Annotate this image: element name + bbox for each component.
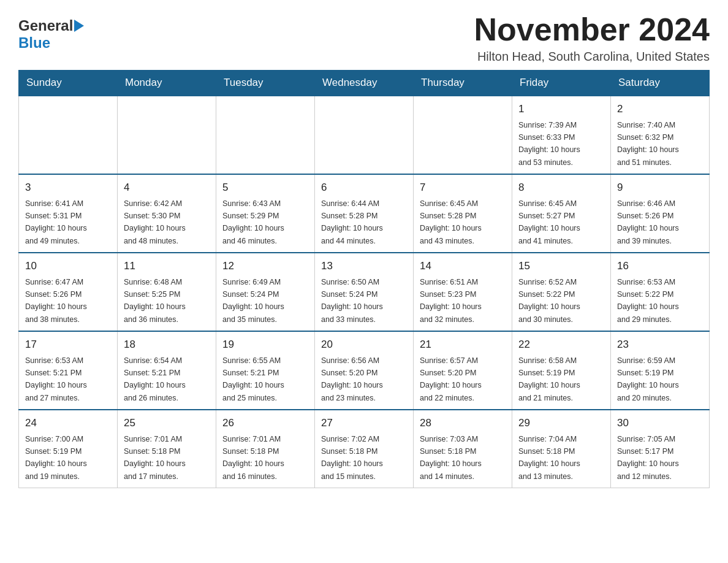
day-number: 7: [420, 180, 506, 196]
day-info: Sunrise: 6:48 AM Sunset: 5:25 PM Dayligh…: [124, 278, 186, 324]
calendar-cell: 13Sunrise: 6:50 AM Sunset: 5:24 PM Dayli…: [315, 253, 414, 331]
day-number: 21: [420, 337, 506, 353]
calendar-cell: 12Sunrise: 6:49 AM Sunset: 5:24 PM Dayli…: [216, 253, 315, 331]
day-number: 6: [321, 180, 407, 196]
calendar-cell: 3Sunrise: 6:41 AM Sunset: 5:31 PM Daylig…: [19, 174, 118, 253]
day-number: 1: [518, 101, 604, 117]
weekday-header-monday: Monday: [118, 71, 216, 96]
calendar-cell: 18Sunrise: 6:54 AM Sunset: 5:21 PM Dayli…: [118, 331, 216, 410]
day-number: 15: [518, 258, 604, 274]
location-text: Hilton Head, South Carolina, United Stat…: [474, 50, 710, 64]
day-info: Sunrise: 7:04 AM Sunset: 5:18 PM Dayligh…: [518, 435, 580, 481]
day-info: Sunrise: 6:59 AM Sunset: 5:19 PM Dayligh…: [617, 356, 679, 402]
day-info: Sunrise: 6:42 AM Sunset: 5:30 PM Dayligh…: [124, 199, 186, 245]
day-number: 22: [518, 337, 604, 353]
day-info: Sunrise: 6:49 AM Sunset: 5:24 PM Dayligh…: [222, 278, 284, 324]
day-number: 17: [25, 337, 111, 353]
day-number: 5: [222, 180, 308, 196]
calendar-cell: 1Sunrise: 7:39 AM Sunset: 6:33 PM Daylig…: [512, 96, 611, 174]
calendar-cell: 24Sunrise: 7:00 AM Sunset: 5:19 PM Dayli…: [19, 410, 118, 488]
day-info: Sunrise: 6:45 AM Sunset: 5:28 PM Dayligh…: [420, 199, 482, 245]
day-info: Sunrise: 7:02 AM Sunset: 5:18 PM Dayligh…: [321, 435, 383, 481]
day-info: Sunrise: 6:58 AM Sunset: 5:19 PM Dayligh…: [518, 356, 580, 402]
day-number: 10: [25, 258, 111, 274]
weekday-header-row: SundayMondayTuesdayWednesdayThursdayFrid…: [19, 71, 710, 96]
weekday-header-saturday: Saturday: [611, 71, 710, 96]
calendar-cell: 26Sunrise: 7:01 AM Sunset: 5:18 PM Dayli…: [216, 410, 315, 488]
day-number: 13: [321, 258, 407, 274]
logo: General Blue: [18, 12, 84, 52]
calendar-cell: 29Sunrise: 7:04 AM Sunset: 5:18 PM Dayli…: [512, 410, 611, 488]
day-number: 23: [617, 337, 703, 353]
day-info: Sunrise: 6:45 AM Sunset: 5:27 PM Dayligh…: [518, 199, 580, 245]
calendar-cell: [118, 96, 216, 174]
day-info: Sunrise: 6:57 AM Sunset: 5:20 PM Dayligh…: [420, 356, 482, 402]
calendar-week-2: 3Sunrise: 6:41 AM Sunset: 5:31 PM Daylig…: [19, 174, 710, 253]
title-block: November 2024 Hilton Head, South Carolin…: [474, 12, 710, 64]
day-number: 25: [124, 415, 210, 431]
day-info: Sunrise: 6:50 AM Sunset: 5:24 PM Dayligh…: [321, 278, 383, 324]
calendar-week-5: 24Sunrise: 7:00 AM Sunset: 5:19 PM Dayli…: [19, 410, 710, 488]
page-header: General Blue November 2024 Hilton Head, …: [18, 12, 710, 64]
day-info: Sunrise: 7:00 AM Sunset: 5:19 PM Dayligh…: [25, 435, 87, 481]
day-info: Sunrise: 6:55 AM Sunset: 5:21 PM Dayligh…: [222, 356, 284, 402]
calendar-cell: 4Sunrise: 6:42 AM Sunset: 5:30 PM Daylig…: [118, 174, 216, 253]
calendar-cell: 7Sunrise: 6:45 AM Sunset: 5:28 PM Daylig…: [414, 174, 512, 253]
weekday-header-thursday: Thursday: [414, 71, 512, 96]
day-info: Sunrise: 6:41 AM Sunset: 5:31 PM Dayligh…: [25, 199, 87, 245]
day-number: 26: [222, 415, 308, 431]
calendar-cell: 2Sunrise: 7:40 AM Sunset: 6:32 PM Daylig…: [611, 96, 710, 174]
weekday-header-sunday: Sunday: [19, 71, 118, 96]
day-number: 3: [25, 180, 111, 196]
day-info: Sunrise: 6:51 AM Sunset: 5:23 PM Dayligh…: [420, 278, 482, 324]
day-number: 20: [321, 337, 407, 353]
day-number: 18: [124, 337, 210, 353]
calendar-cell: 8Sunrise: 6:45 AM Sunset: 5:27 PM Daylig…: [512, 174, 611, 253]
day-number: 27: [321, 415, 407, 431]
calendar-week-3: 10Sunrise: 6:47 AM Sunset: 5:26 PM Dayli…: [19, 253, 710, 331]
day-info: Sunrise: 6:44 AM Sunset: 5:28 PM Dayligh…: [321, 199, 383, 245]
day-number: 11: [124, 258, 210, 274]
calendar-week-4: 17Sunrise: 6:53 AM Sunset: 5:21 PM Dayli…: [19, 331, 710, 410]
calendar-cell: 9Sunrise: 6:46 AM Sunset: 5:26 PM Daylig…: [611, 174, 710, 253]
day-info: Sunrise: 6:52 AM Sunset: 5:22 PM Dayligh…: [518, 278, 580, 324]
day-number: 19: [222, 337, 308, 353]
calendar-cell: 11Sunrise: 6:48 AM Sunset: 5:25 PM Dayli…: [118, 253, 216, 331]
day-info: Sunrise: 6:56 AM Sunset: 5:20 PM Dayligh…: [321, 356, 383, 402]
calendar-cell: 15Sunrise: 6:52 AM Sunset: 5:22 PM Dayli…: [512, 253, 611, 331]
day-number: 30: [617, 415, 703, 431]
day-info: Sunrise: 7:01 AM Sunset: 5:18 PM Dayligh…: [124, 435, 186, 481]
calendar-cell: 22Sunrise: 6:58 AM Sunset: 5:19 PM Dayli…: [512, 331, 611, 410]
calendar-header: SundayMondayTuesdayWednesdayThursdayFrid…: [19, 71, 710, 96]
day-number: 4: [124, 180, 210, 196]
day-info: Sunrise: 7:01 AM Sunset: 5:18 PM Dayligh…: [222, 435, 284, 481]
day-info: Sunrise: 7:05 AM Sunset: 5:17 PM Dayligh…: [617, 435, 679, 481]
calendar-cell: [19, 96, 118, 174]
day-number: 8: [518, 180, 604, 196]
day-number: 2: [617, 101, 703, 117]
calendar-cell: 21Sunrise: 6:57 AM Sunset: 5:20 PM Dayli…: [414, 331, 512, 410]
day-number: 14: [420, 258, 506, 274]
calendar-cell: 25Sunrise: 7:01 AM Sunset: 5:18 PM Dayli…: [118, 410, 216, 488]
calendar-cell: 23Sunrise: 6:59 AM Sunset: 5:19 PM Dayli…: [611, 331, 710, 410]
calendar-cell: 19Sunrise: 6:55 AM Sunset: 5:21 PM Dayli…: [216, 331, 315, 410]
calendar-cell: 28Sunrise: 7:03 AM Sunset: 5:18 PM Dayli…: [414, 410, 512, 488]
calendar-cell: 20Sunrise: 6:56 AM Sunset: 5:20 PM Dayli…: [315, 331, 414, 410]
day-number: 29: [518, 415, 604, 431]
calendar-cell: 16Sunrise: 6:53 AM Sunset: 5:22 PM Dayli…: [611, 253, 710, 331]
calendar-body: 1Sunrise: 7:39 AM Sunset: 6:33 PM Daylig…: [19, 96, 710, 488]
calendar-cell: 30Sunrise: 7:05 AM Sunset: 5:17 PM Dayli…: [611, 410, 710, 488]
logo-general-text: General: [18, 17, 73, 34]
weekday-header-friday: Friday: [512, 71, 611, 96]
calendar-cell: [414, 96, 512, 174]
calendar-table: SundayMondayTuesdayWednesdayThursdayFrid…: [18, 70, 710, 488]
day-number: 9: [617, 180, 703, 196]
calendar-cell: 5Sunrise: 6:43 AM Sunset: 5:29 PM Daylig…: [216, 174, 315, 253]
calendar-cell: 10Sunrise: 6:47 AM Sunset: 5:26 PM Dayli…: [19, 253, 118, 331]
day-number: 28: [420, 415, 506, 431]
calendar-cell: 27Sunrise: 7:02 AM Sunset: 5:18 PM Dayli…: [315, 410, 414, 488]
day-info: Sunrise: 6:53 AM Sunset: 5:22 PM Dayligh…: [617, 278, 679, 324]
calendar-cell: [216, 96, 315, 174]
calendar-cell: 6Sunrise: 6:44 AM Sunset: 5:28 PM Daylig…: [315, 174, 414, 253]
day-info: Sunrise: 7:40 AM Sunset: 6:32 PM Dayligh…: [617, 121, 679, 167]
